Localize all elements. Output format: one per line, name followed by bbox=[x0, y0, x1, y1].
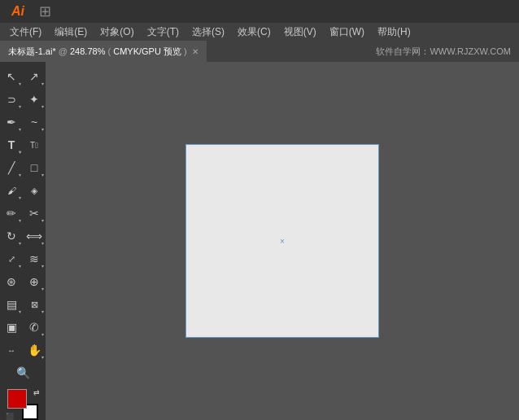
lasso-tool[interactable]: ⊃ ▾ bbox=[0, 88, 23, 111]
curvature-tool[interactable]: ~ ▾ bbox=[23, 111, 46, 133]
column-tool[interactable]: ▤ ▾ bbox=[0, 293, 23, 316]
sub-arrow: ▾ bbox=[41, 81, 44, 86]
sub-arrow: ▾ bbox=[19, 308, 21, 314]
menu-select[interactable]: 选择(S) bbox=[185, 24, 231, 41]
tool-row-6: 🖌 ▾ ◈ bbox=[0, 179, 46, 202]
menu-edit[interactable]: 编辑(E) bbox=[48, 24, 94, 41]
sub-arrow: ▾ bbox=[41, 126, 44, 132]
reflect-tool[interactable]: ⟺ ▾ bbox=[23, 225, 46, 247]
line-tool[interactable]: ╱ ▾ bbox=[0, 156, 23, 179]
tool-row-7: ✏ ▾ ✂ ▾ bbox=[0, 202, 46, 225]
sub-arrow: ▾ bbox=[41, 286, 44, 291]
tool-row-3: ✒ ▾ ~ ▾ bbox=[0, 111, 46, 133]
touch-type-tool[interactable]: T⃣ bbox=[23, 133, 46, 156]
hand-tool[interactable]: ✋ ▾ bbox=[23, 339, 46, 361]
app-logo: Ai bbox=[7, 0, 29, 23]
sub-arrow: ▾ bbox=[41, 354, 44, 360]
tool-row-11: ▤ ▾ ⊠ ▾ bbox=[0, 293, 46, 316]
tab-label: 未标题-1.ai* @ 248.78% ( CMYK/GPU 预览 ) bbox=[8, 46, 187, 58]
tool-row-2: ⊃ ▾ ✦ ▾ bbox=[0, 88, 46, 111]
sub-arrow: ▾ bbox=[19, 195, 21, 200]
tool-row-9: ⤢ ▾ ≋ ▾ bbox=[0, 247, 46, 270]
toolbar: ↖ ▾ ↗ ▾ ⊃ ▾ ✦ ▾ ✒ ▾ bbox=[0, 62, 46, 420]
scale-tool[interactable]: ⤢ ▾ bbox=[0, 247, 23, 270]
main-layout: ↖ ▾ ↗ ▾ ⊃ ▾ ✦ ▾ ✒ ▾ bbox=[0, 62, 519, 420]
sub-arrow: ▾ bbox=[41, 172, 44, 177]
blend-tool[interactable]: ⊛ bbox=[0, 270, 23, 293]
sub-arrow: ▾ bbox=[19, 240, 21, 246]
tool-row-10: ⊛ ⊕ ▾ bbox=[0, 270, 46, 293]
sub-arrow: ▾ bbox=[41, 263, 44, 269]
tool-row-13: ↔ ✋ ▾ bbox=[0, 339, 46, 361]
sub-arrow: ▾ bbox=[19, 126, 21, 132]
sub-arrow: ▾ bbox=[41, 308, 44, 314]
zoom-tool[interactable]: 🔍 bbox=[0, 361, 46, 384]
active-tab[interactable]: 未标题-1.ai* @ 248.78% ( CMYK/GPU 预览 ) ✕ bbox=[0, 41, 207, 62]
artboard-center-marker: × bbox=[280, 237, 285, 246]
tool-row-1: ↖ ▾ ↗ ▾ bbox=[0, 65, 46, 88]
menu-bar: 文件(F) 编辑(E) 对象(O) 文字(T) 选择(S) 效果(C) 视图(V… bbox=[0, 23, 519, 41]
measure-tool[interactable]: ↔ bbox=[0, 339, 23, 361]
default-colors-icon[interactable]: ⬛ bbox=[6, 413, 14, 420]
secondary-tab: 软件自学网：WWW.RJZXW.COM bbox=[368, 41, 519, 62]
sub-arrow: ▾ bbox=[19, 81, 21, 86]
magic-wand-tool[interactable]: ✦ ▾ bbox=[23, 88, 46, 111]
tool-row-8: ↻ ▾ ⟺ ▾ bbox=[0, 225, 46, 247]
title-bar: Ai ⊞ bbox=[0, 0, 519, 23]
tool-row-5: ╱ ▾ □ ▾ bbox=[0, 156, 46, 179]
shaper-tool[interactable]: ✂ ▾ bbox=[23, 202, 46, 225]
type-tool[interactable]: T ▾ bbox=[0, 133, 23, 156]
slice-tool[interactable]: ⊠ ▾ bbox=[23, 293, 46, 316]
eyedropper-tool[interactable]: ✆ ▾ bbox=[23, 316, 46, 339]
tab-bar: 未标题-1.ai* @ 248.78% ( CMYK/GPU 预览 ) ✕ 软件… bbox=[0, 41, 519, 62]
sub-arrow: ▾ bbox=[19, 103, 21, 109]
sub-arrow: ▾ bbox=[41, 240, 44, 246]
sub-arrow: ▾ bbox=[19, 172, 21, 177]
rotate-tool[interactable]: ↻ ▾ bbox=[0, 225, 23, 247]
secondary-tab-label: 软件自学网：WWW.RJZXW.COM bbox=[376, 46, 511, 58]
menu-file[interactable]: 文件(F) bbox=[3, 24, 48, 41]
color-section: ⇄ ⬛ ╱ □ ◱ ◧ bbox=[0, 384, 46, 420]
menu-help[interactable]: 帮助(H) bbox=[371, 24, 417, 41]
menu-view[interactable]: 视图(V) bbox=[277, 24, 323, 41]
sub-arrow: ▾ bbox=[41, 103, 44, 109]
menu-window[interactable]: 窗口(W) bbox=[323, 24, 371, 41]
symbol-spray-tool[interactable]: ⊕ ▾ bbox=[23, 270, 46, 293]
tab-close-button[interactable]: ✕ bbox=[192, 47, 198, 56]
menu-object[interactable]: 对象(O) bbox=[94, 24, 140, 41]
pencil-tool[interactable]: ✏ ▾ bbox=[0, 202, 23, 225]
rect-tool[interactable]: □ ▾ bbox=[23, 156, 46, 179]
direct-select-tool[interactable]: ↗ ▾ bbox=[23, 65, 46, 88]
sub-arrow: ▾ bbox=[19, 263, 21, 269]
tool-row-14: 🔍 bbox=[0, 361, 46, 384]
swap-colors-icon[interactable]: ⇄ bbox=[33, 388, 40, 396]
fill-swatch[interactable] bbox=[7, 389, 27, 409]
tool-row-4: T ▾ T⃣ bbox=[0, 133, 46, 156]
paintbrush-tool[interactable]: 🖌 ▾ bbox=[0, 179, 23, 202]
tool-row-12: ▣ ✆ ▾ bbox=[0, 316, 46, 339]
menu-text[interactable]: 文字(T) bbox=[141, 24, 185, 41]
gradient-tool[interactable]: ▣ bbox=[0, 316, 23, 339]
select-tool[interactable]: ↖ ▾ bbox=[0, 65, 23, 88]
sub-arrow: ▾ bbox=[19, 149, 21, 155]
pen-tool[interactable]: ✒ ▾ bbox=[0, 111, 23, 133]
warp-tool[interactable]: ≋ ▾ bbox=[23, 247, 46, 270]
sub-arrow: ▾ bbox=[41, 331, 44, 337]
blob-brush-tool[interactable]: ◈ bbox=[23, 179, 46, 202]
fill-stroke-swatches: ⇄ ⬛ bbox=[6, 389, 40, 420]
menu-effect[interactable]: 效果(C) bbox=[231, 24, 277, 41]
artboard: × bbox=[185, 144, 379, 338]
canvas-area[interactable]: × bbox=[46, 62, 519, 420]
sub-arrow: ▾ bbox=[19, 217, 21, 223]
layout-icon: ⊞ bbox=[39, 2, 51, 20]
sub-arrow: ▾ bbox=[41, 217, 44, 223]
